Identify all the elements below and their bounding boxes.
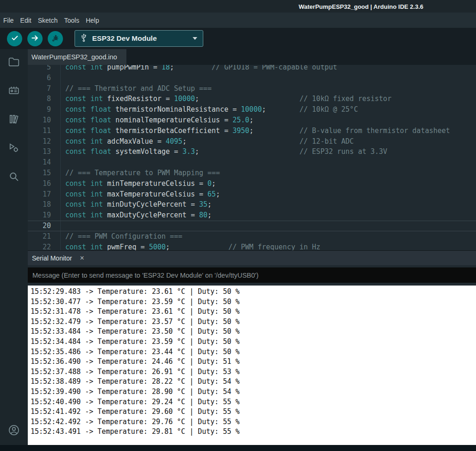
code-line: 17const int maxTemperatureCelsius = 65; <box>28 189 476 200</box>
window-title: WaterPumpESP32_good | Arduino IDE 2.3.6 <box>299 3 423 10</box>
main-area: WaterPumpESP32_good.ino 5const int pumpP… <box>0 49 476 445</box>
chevron-down-icon <box>193 37 197 40</box>
upload-button[interactable] <box>27 31 43 46</box>
serial-line: 15:52:42.492 -> Temperature: 29.76 °C | … <box>31 417 476 427</box>
code-line: 13const float systemVoltage = 3.3; // ES… <box>28 146 476 157</box>
verify-button[interactable] <box>7 31 22 46</box>
toolbar: ESP32 Dev Module <box>0 28 476 49</box>
usb-plug-icon <box>81 33 87 44</box>
serial-line: 15:52:33.484 -> Temperature: 23.50 °C | … <box>31 327 476 337</box>
editor-tab-bar: WaterPumpESP32_good.ino <box>28 49 476 65</box>
line-number: 15 <box>28 168 61 178</box>
line-number: 9 <box>28 104 61 115</box>
code-line: 14 <box>28 157 476 168</box>
code-line: 15// === Temperature to PWM Mapping === <box>28 168 476 178</box>
sidebar-item-debug[interactable] <box>6 141 22 157</box>
line-number: 19 <box>28 210 61 221</box>
serial-line: 15:52:39.490 -> Temperature: 28.90 °C | … <box>31 387 476 397</box>
close-icon[interactable]: × <box>80 254 84 262</box>
code-text: const int pwmFreq = 5000; // PWM frequen… <box>61 242 320 250</box>
sidebar-item-library-manager[interactable] <box>6 112 22 128</box>
serial-line: 15:52:31.478 -> Temperature: 23.61 °C | … <box>31 307 476 317</box>
serial-monitor-header: Serial Monitor × <box>28 251 476 265</box>
upload-arrow-icon <box>31 33 40 44</box>
code-text: const float thermistorBetaCoefficient = … <box>61 126 450 136</box>
sidebar-item-search[interactable] <box>6 170 22 185</box>
verify-check-icon <box>10 33 19 44</box>
serial-monitor-tab[interactable]: Serial Monitor <box>32 254 72 262</box>
line-number: 12 <box>28 136 61 147</box>
code-text: const int maxTemperatureCelsius = 65; <box>61 189 220 200</box>
debug-bug-icon <box>51 33 60 44</box>
sidebar-item-account[interactable] <box>6 423 22 439</box>
search-icon <box>8 171 20 184</box>
code-line: 7// === Thermistor and ADC Setup === <box>28 83 476 94</box>
line-number: 10 <box>28 115 61 126</box>
menu-bar: FileEditSketchToolsHelp <box>0 13 476 28</box>
serial-line: 15:52:29.483 -> Temperature: 23.61 °C | … <box>31 287 476 297</box>
line-number: 20 <box>28 221 61 231</box>
code-line: 12const int adcMaxValue = 4095; // 12-bi… <box>28 136 476 147</box>
code-text: const int minTemperatureCelsius = 0; <box>61 178 216 189</box>
serial-line: 15:52:30.477 -> Temperature: 23.59 °C | … <box>31 297 476 307</box>
serial-line: 15:52:32.479 -> Temperature: 23.57 °C | … <box>31 317 476 327</box>
code-text: const float thermistorNominalResistance … <box>61 104 358 115</box>
menu-item-file[interactable]: File <box>0 17 17 24</box>
code-text: // === Temperature to PWM Mapping === <box>61 168 220 178</box>
code-line: 20 <box>28 221 476 231</box>
debug-icon <box>8 142 20 156</box>
code-text <box>61 221 65 231</box>
boards-icon <box>8 84 20 98</box>
code-editor[interactable]: 5const int pumpPwmPin = 18; // GPIO18 = … <box>28 65 476 250</box>
line-number: 5 <box>28 65 61 73</box>
line-number: 6 <box>28 73 61 83</box>
serial-line: 15:52:37.488 -> Temperature: 26.91 °C | … <box>31 367 476 377</box>
serial-monitor-panel: Serial Monitor × 15:52:29.483 -> Tempera… <box>28 250 476 445</box>
code-line: 21// === PWM Configuration === <box>28 231 476 242</box>
menu-item-tools[interactable]: Tools <box>61 17 83 24</box>
code-line: 22const int pwmFreq = 5000; // PWM frequ… <box>28 242 476 250</box>
library-icon <box>8 113 20 127</box>
menu-item-edit[interactable]: Edit <box>17 17 35 24</box>
code-text: const float systemVoltage = 3.3; // ESP3… <box>61 146 387 157</box>
code-line: 9const float thermistorNominalResistance… <box>28 104 476 115</box>
menu-item-help[interactable]: Help <box>82 17 102 24</box>
debug-button[interactable] <box>48 31 63 46</box>
line-number: 14 <box>28 157 61 168</box>
sidebar-item-sketchbook[interactable] <box>6 55 22 70</box>
code-lines: 5const int pumpPwmPin = 18; // GPIO18 = … <box>28 65 476 250</box>
line-number: 17 <box>28 189 61 200</box>
code-text: // === Thermistor and ADC Setup === <box>61 83 212 94</box>
sidebar-item-boards-manager[interactable] <box>6 83 22 99</box>
line-number: 18 <box>28 199 61 210</box>
line-number: 13 <box>28 146 61 157</box>
code-text: const int pumpPwmPin = 18; // GPIO18 = P… <box>61 65 337 73</box>
code-text: const int adcMaxValue = 4095; // 12-bit … <box>61 136 354 147</box>
serial-line: 15:52:41.492 -> Temperature: 29.60 °C | … <box>31 407 476 417</box>
content-column: WaterPumpESP32_good.ino 5const int pumpP… <box>28 49 476 445</box>
tab-sketch-file[interactable]: WaterPumpESP32_good.ino <box>28 49 126 65</box>
title-bar: WaterPumpESP32_good | Arduino IDE 2.3.6 <box>0 0 476 13</box>
board-selector[interactable]: ESP32 Dev Module <box>75 30 203 47</box>
folder-icon <box>8 56 20 70</box>
serial-message-input[interactable] <box>28 267 476 283</box>
serial-line: 15:52:38.489 -> Temperature: 28.22 °C | … <box>31 377 476 387</box>
code-line: 10const float nominalTemperatureCelsius … <box>28 115 476 126</box>
line-number: 11 <box>28 126 61 136</box>
serial-line: 15:52:34.484 -> Temperature: 23.59 °C | … <box>31 337 476 347</box>
code-line: 6 <box>28 73 476 83</box>
serial-line: 15:52:35.486 -> Temperature: 23.44 °C | … <box>31 347 476 357</box>
line-number: 22 <box>28 242 61 250</box>
arduino-ide-window: WaterPumpESP32_good | Arduino IDE 2.3.6 … <box>0 0 476 451</box>
code-line: 16const int minTemperatureCelsius = 0; <box>28 178 476 189</box>
account-icon <box>8 424 20 438</box>
status-bar <box>0 445 476 451</box>
code-text: // === PWM Configuration === <box>61 231 182 242</box>
serial-line: 15:52:43.491 -> Temperature: 29.81 °C | … <box>31 427 476 437</box>
code-line: 19const int maxDutyCyclePercent = 80; <box>28 210 476 221</box>
code-text <box>61 157 65 168</box>
line-number: 21 <box>28 231 61 242</box>
menu-item-sketch[interactable]: Sketch <box>35 17 61 24</box>
tab-label: WaterPumpESP32_good.ino <box>31 53 117 61</box>
serial-output[interactable]: 15:52:29.483 -> Temperature: 23.61 °C | … <box>28 286 476 445</box>
